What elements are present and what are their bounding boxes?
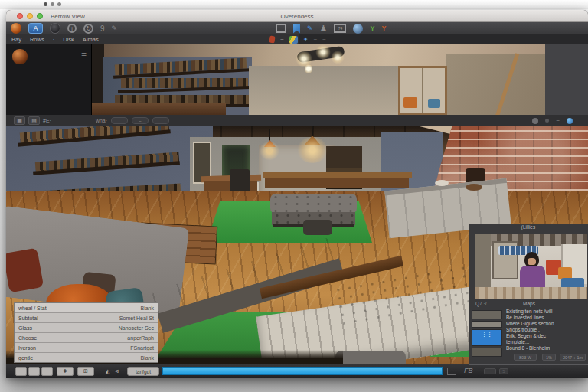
- globe-icon[interactable]: [353, 24, 363, 34]
- palette-icon[interactable]: [289, 36, 298, 44]
- status-pill-2[interactable]: 5: [499, 368, 508, 374]
- y-red-icon[interactable]: Y: [381, 23, 386, 34]
- screen-top-strip: [0, 0, 588, 9]
- sync-dot-icon[interactable]: [532, 118, 538, 124]
- outer-close-dot[interactable]: [44, 2, 47, 6]
- outer-minimize-dot[interactable]: [51, 2, 54, 6]
- orbit-icon[interactable]: [50, 23, 60, 34]
- prop-header-label: wheal / Stat: [18, 305, 47, 311]
- menu-separator: ·: [53, 36, 55, 43]
- overlay-notes: Existing ten nets /will Be invested line…: [506, 309, 587, 351]
- assets-panel[interactable]: ☰: [6, 44, 92, 115]
- lamp-cord-1: [270, 129, 270, 142]
- property-row[interactable]: Iverson FSnartgat: [15, 343, 158, 353]
- overlay-caption-left: Q7 ·/: [475, 301, 486, 306]
- menu-item-disk[interactable]: Disk: [63, 36, 74, 43]
- menu-item-rows[interactable]: Rows: [30, 36, 44, 43]
- property-row[interactable]: Subtotal Somet Heal St: [15, 313, 158, 323]
- frame-status-icon[interactable]: [447, 368, 456, 375]
- layer-thumb-selected[interactable]: ⋮⋮: [472, 329, 502, 346]
- view-label: #E·: [43, 118, 51, 123]
- note-line: Existing ten nets /will: [506, 309, 587, 315]
- small-dot-icon[interactable]: [545, 119, 549, 122]
- overlay-footer-button-1[interactable]: 803 W: [514, 354, 537, 361]
- lamp-cord-2: [312, 126, 313, 137]
- properties-panel: wheal / Stat Blank Subtotal Somet Heal S…: [14, 302, 158, 363]
- dock-tool-a[interactable]: ❖: [57, 367, 74, 376]
- prop-label: Iverson: [18, 345, 36, 351]
- rotate-icon[interactable]: ↻: [83, 24, 93, 34]
- y-green-icon[interactable]: Y: [370, 23, 374, 34]
- dock-tool-b[interactable]: ⊞: [77, 367, 94, 376]
- dock-slot-1[interactable]: [15, 367, 27, 376]
- window-title: Overendess: [6, 13, 588, 20]
- mode-pill-1[interactable]: [111, 117, 128, 124]
- prop-label: Subtotal: [18, 315, 38, 321]
- prop-label: Glass: [18, 325, 32, 331]
- prop-header-value: Blank: [140, 305, 154, 311]
- blue-star-icon[interactable]: ✦: [303, 36, 309, 43]
- person-icon[interactable]: ♟: [320, 23, 328, 34]
- status-pill-1[interactable]: [484, 368, 496, 374]
- lamp-glow-2: [297, 137, 328, 163]
- bottom-ottoman: [335, 351, 406, 364]
- layer-thumb-2[interactable]: [472, 321, 502, 328]
- layer-thumb-1[interactable]: [472, 310, 502, 319]
- nine-icon[interactable]: 9: [100, 23, 105, 34]
- property-row[interactable]: Choose anperRaph: [15, 333, 158, 343]
- grid-view-icon[interactable]: ▦: [14, 116, 25, 125]
- prop-value: FSnartgat: [130, 345, 154, 351]
- pen-icon[interactable]: ✎: [112, 23, 118, 34]
- secondary-toolbar: Bay Rows · Disk Almas ~ ✦ ~ ~: [6, 34, 588, 44]
- mode-pill-3[interactable]: [152, 117, 169, 124]
- menu-item-almas[interactable]: Almas: [83, 36, 99, 43]
- lasso-icon[interactable]: ~: [556, 117, 560, 124]
- property-row[interactable]: Glass Nanoseter Sec: [15, 323, 158, 333]
- wave-icon-b[interactable]: ~: [322, 36, 326, 43]
- strip-side-panel: [545, 44, 588, 115]
- frame-74-icon[interactable]: 74: [334, 24, 346, 33]
- mode-pill-2[interactable]: ~: [132, 117, 149, 124]
- strip-window-orange-item: [403, 97, 417, 108]
- properties-header-row[interactable]: wheal / Stat Blank: [15, 303, 158, 313]
- strip-desk-band: [92, 103, 226, 115]
- photos-app-icon[interactable]: A: [28, 23, 43, 34]
- prop-label: Choose: [18, 335, 37, 341]
- blue-globe-icon[interactable]: [567, 118, 573, 124]
- layer-thumb-4[interactable]: [472, 348, 502, 357]
- blue-pen-icon[interactable]: ✎: [307, 23, 313, 34]
- asset-thumbnail[interactable]: [12, 49, 28, 64]
- overlay-footer-button-2[interactable]: 1%: [542, 354, 556, 361]
- bottom-status-bar: ❖ ⊞ ◭ · ⊲ tarifgut FB 5: [6, 364, 588, 378]
- menu-item-bay[interactable]: Bay: [11, 36, 21, 43]
- info-icon[interactable]: i: [67, 24, 77, 33]
- frame-select-icon[interactable]: [276, 24, 286, 33]
- strip-window-blue-item: [428, 99, 440, 108]
- dock-slot-3[interactable]: [41, 367, 53, 376]
- strip-light-glow-3: [331, 51, 345, 64]
- note-line: Shops trouble .: [506, 327, 587, 333]
- photo-counter: [475, 287, 587, 299]
- property-row[interactable]: gentle Blank: [15, 353, 158, 363]
- rows-view-icon[interactable]: ▤: [28, 116, 40, 125]
- red-figure-icon[interactable]: [269, 36, 275, 44]
- export-button[interactable]: tarifgut: [127, 367, 159, 376]
- align-cluster-icon[interactable]: ◭ · ⊲: [106, 368, 119, 374]
- strip-bulb: [305, 64, 312, 74]
- panorama-strip-view[interactable]: [92, 44, 545, 115]
- viewport-toolbar: ▦ ▤ #E· wha· ~ ~: [6, 115, 588, 126]
- blue-banner-icon[interactable]: [293, 24, 300, 34]
- note-line: Bound 8 - Blenheim: [506, 345, 587, 351]
- dark-bag: [303, 220, 332, 235]
- overlay-footer-button-3[interactable]: 2047 + 1m: [560, 354, 586, 361]
- reference-photo[interactable]: [475, 234, 587, 299]
- arrow-icon[interactable]: ~: [280, 36, 284, 43]
- outer-zoom-dot[interactable]: [57, 2, 61, 6]
- dock-slot-2[interactable]: [28, 367, 40, 376]
- wave-icon-a[interactable]: ~: [313, 36, 317, 43]
- lamp-glow-1: [259, 142, 280, 160]
- note-line: template...: [506, 339, 587, 345]
- title-bar[interactable]: Berrow View Overendess: [6, 10, 588, 22]
- panel-menu-icon[interactable]: ☰: [81, 52, 87, 59]
- sphere-tool-icon[interactable]: [11, 23, 21, 34]
